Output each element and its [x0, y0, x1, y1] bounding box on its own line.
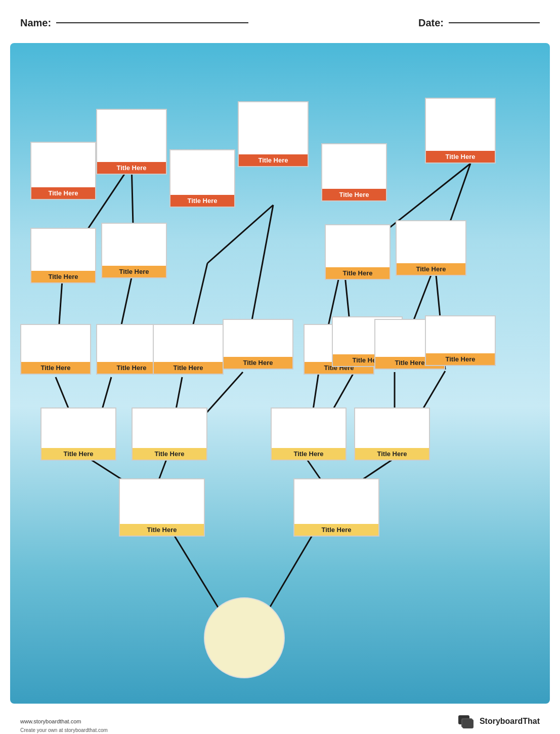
- node-title: Title Here: [224, 357, 292, 369]
- node-title: Title Here: [133, 448, 206, 460]
- node-title: Title Here: [294, 524, 378, 536]
- node-l7-left: Title Here: [96, 109, 167, 175]
- node-title: Title Here: [31, 187, 95, 199]
- node-title: Title Here: [355, 448, 429, 460]
- name-label: Name:: [20, 17, 51, 29]
- node-title: Title Here: [21, 362, 90, 374]
- node-image: [154, 325, 223, 362]
- node-image: [326, 225, 390, 267]
- node-l6-8: Title Here: [425, 315, 496, 366]
- node-image: [224, 320, 292, 357]
- node-image: [322, 144, 386, 189]
- node-l7sub2-2: Title Here: [101, 223, 167, 278]
- node-l5-lr: Title Here: [132, 407, 207, 461]
- node-l7sub-2: Title Here: [169, 149, 235, 208]
- node-title: Title Here: [41, 448, 115, 460]
- node-image: [272, 409, 346, 448]
- node-image: [397, 221, 465, 263]
- node-image: [426, 99, 495, 151]
- node-title: Title Here: [426, 353, 495, 365]
- node-title: Title Here: [170, 195, 234, 207]
- node-l7sub-1: Title Here: [30, 142, 96, 200]
- tree-background: Title Here Title Here Title Here Title H…: [10, 43, 550, 704]
- brand-name: StoryboardThat: [480, 717, 540, 726]
- node-image: [41, 409, 115, 448]
- node-title: Title Here: [326, 267, 390, 279]
- root-circle: [204, 597, 285, 678]
- node-image: [239, 102, 308, 154]
- node-l7-center: Title Here: [238, 101, 309, 167]
- node-l5-rr: Title Here: [354, 407, 430, 461]
- node-image: [294, 479, 378, 524]
- node-l7sub2-3: Title Here: [325, 224, 391, 280]
- node-image: [133, 409, 206, 448]
- footer-sub: Create your own at storyboardthat.com: [20, 727, 108, 733]
- footer-url: www.storyboardthat.com: [20, 718, 81, 724]
- svg-rect-29: [462, 719, 473, 728]
- name-field: Name:: [20, 17, 248, 29]
- node-l6-3: Title Here: [153, 324, 224, 375]
- node-image: [21, 325, 90, 362]
- node-image: [97, 110, 166, 162]
- node-image: [102, 224, 166, 266]
- node-image: [426, 316, 495, 353]
- node-image: [31, 229, 95, 271]
- node-l4-right: Title Here: [293, 478, 379, 537]
- node-l7-right: Title Here: [425, 98, 496, 164]
- date-line: [449, 22, 540, 23]
- footer: www.storyboardthat.com StoryboardThat: [20, 714, 540, 729]
- node-title: Title Here: [120, 524, 204, 536]
- page: Name: Date:: [0, 0, 560, 734]
- header: Name: Date:: [20, 10, 540, 35]
- node-image: [120, 479, 204, 524]
- svg-line-24: [207, 205, 273, 263]
- node-l7sub2-4: Title Here: [396, 220, 466, 276]
- node-l4-left: Title Here: [119, 478, 205, 537]
- node-title: Title Here: [154, 362, 223, 374]
- name-line: [56, 22, 248, 23]
- footer-brand: StoryboardThat: [458, 714, 540, 729]
- date-label: Date:: [418, 17, 444, 29]
- node-title: Title Here: [31, 271, 95, 282]
- node-title: Title Here: [239, 154, 308, 166]
- node-title: Title Here: [97, 162, 166, 174]
- node-image: [355, 409, 429, 448]
- node-title: Title Here: [322, 189, 386, 200]
- node-l6-4: Title Here: [223, 319, 293, 370]
- node-title: Title Here: [102, 266, 166, 277]
- node-title: Title Here: [272, 448, 346, 460]
- node-l6-1: Title Here: [20, 324, 91, 375]
- node-title: Title Here: [426, 151, 495, 162]
- node-image: [170, 150, 234, 195]
- node-l7sub-3: Title Here: [321, 143, 387, 201]
- node-l7sub2-1: Title Here: [30, 228, 96, 283]
- brand-icon: [458, 714, 477, 729]
- node-image: [31, 143, 95, 187]
- date-field: Date:: [418, 17, 540, 29]
- node-l5-rl: Title Here: [271, 407, 347, 461]
- node-title: Title Here: [397, 263, 465, 275]
- node-l5-ll: Title Here: [40, 407, 116, 461]
